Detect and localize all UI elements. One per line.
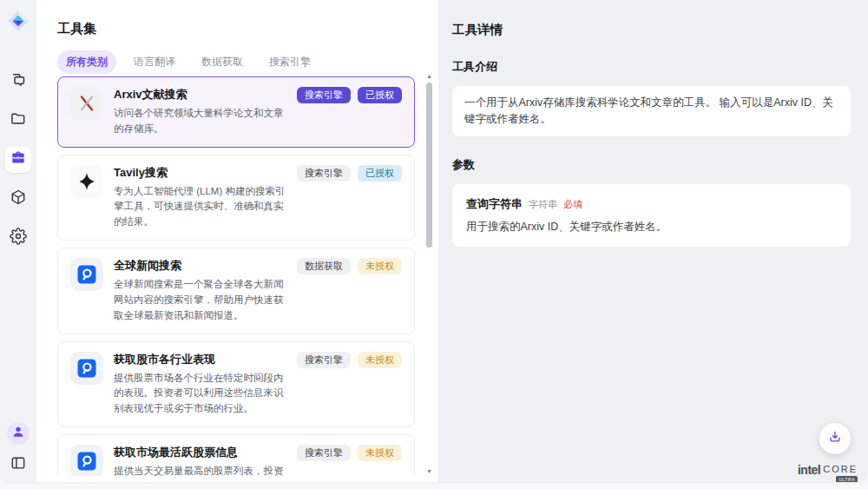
category-badge: 搜索引擎: [297, 352, 351, 368]
user-icon: [11, 425, 25, 442]
chat-bubbles-icon: [10, 71, 27, 92]
blue-search-q-icon: [70, 258, 103, 291]
param-required-badge: 必填: [563, 198, 582, 211]
auth-status-badge: 未授权: [358, 445, 402, 461]
arxiv-logo-icon: [70, 87, 103, 120]
intel-core-logo: intel core ULTRA: [798, 460, 858, 477]
tools-panel: 工具集 所有类别 语言翻译 数据获取 搜索引擎 Arxiv文献搜索 访问各个研究…: [36, 0, 438, 482]
sidebar-item-settings[interactable]: [5, 225, 31, 251]
category-badge: 搜索引擎: [297, 165, 351, 182]
tool-card-tavily[interactable]: Tavily搜索 专为人工智能代理 (LLM) 构建的搜索引擎工具，可快速提供实…: [57, 155, 415, 241]
tab-translation[interactable]: 语言翻译: [125, 50, 184, 74]
param-name: 查询字符串: [466, 196, 523, 212]
tool-card-global-news[interactable]: 全球新闻搜索 全球新闻搜索是一个聚合全球各大新闻网站内容的搜索引擎，帮助用户快速…: [57, 248, 415, 334]
intro-text-box: 一个用于从Arxiv存储库搜索科学论文和文章的工具。 输入可以是Arxiv ID…: [452, 86, 851, 136]
ultra-badge: ULTRA: [836, 476, 858, 482]
tool-card-arxiv[interactable]: Arxiv文献搜索 访问各个研究领域大量科学论文和文章的存储库。 搜索引擎 已授…: [57, 76, 415, 148]
category-tabs: 所有类别 语言翻译 数据获取 搜索引擎: [57, 50, 319, 74]
sidebar-nav: [5, 69, 31, 251]
scrollbar-thumb[interactable]: [426, 83, 432, 248]
tool-description: 提供当天交易量最高的股票列表，投资者可以利用这些信息来识别流动性强的股票和潜在的…: [114, 464, 286, 476]
app-window: 工具集 所有类别 语言翻译 数据获取 搜索引擎 Arxiv文献搜索 访问各个研究…: [0, 0, 868, 482]
auth-status-badge: 已授权: [358, 87, 402, 103]
sidebar-rail: [0, 0, 36, 482]
download-button[interactable]: [819, 423, 851, 454]
core-wordmark: core: [823, 464, 858, 474]
intel-wordmark: intel: [798, 463, 820, 477]
category-badge: 数据获取: [297, 258, 351, 274]
auth-status-badge: 未授权: [358, 352, 402, 368]
intro-heading: 工具介绍: [452, 59, 851, 75]
tool-description: 访问各个研究领域大量科学论文和文章的存储库。: [114, 106, 286, 137]
param-type: 字符串: [529, 198, 557, 211]
tab-data-fetch[interactable]: 数据获取: [193, 50, 252, 74]
page-title: 工具集: [57, 21, 96, 37]
detail-title: 工具详情: [452, 22, 851, 38]
category-badge: 搜索引擎: [297, 445, 351, 461]
user-avatar[interactable]: [7, 422, 30, 445]
sidebar-item-chat[interactable]: [5, 69, 31, 95]
sidebar-item-tools[interactable]: [5, 147, 31, 173]
params-heading: 参数: [452, 157, 851, 173]
tab-all-categories[interactable]: 所有类别: [57, 50, 116, 74]
blue-search-q-icon: [70, 445, 103, 476]
app-logo-icon: [7, 10, 30, 32]
tab-search-engine[interactable]: 搜索引擎: [260, 50, 319, 74]
tavily-star-icon: [70, 165, 103, 198]
sidebar-item-packages[interactable]: [5, 186, 31, 212]
tool-description: 专为人工智能代理 (LLM) 构建的搜索引擎工具，可快速提供实时、准确和真实的结…: [114, 184, 286, 230]
gear-icon: [10, 228, 27, 248]
panel-toggle-button[interactable]: [10, 454, 27, 472]
toolbox-icon: [10, 149, 27, 170]
tool-title: 全球新闻搜索: [114, 258, 286, 274]
tool-title: Arxiv文献搜索: [114, 87, 286, 102]
tool-detail-panel: 工具详情 工具介绍 一个用于从Arxiv存储库搜索科学论文和文章的工具。 输入可…: [438, 0, 868, 482]
sidebar-bottom: [7, 422, 30, 472]
category-badge: 搜索引擎: [297, 87, 351, 103]
scroll-down-arrow-icon[interactable]: ▼: [426, 468, 432, 474]
download-icon: [827, 429, 843, 448]
tool-list: Arxiv文献搜索 访问各个研究领域大量科学论文和文章的存储库。 搜索引擎 已授…: [57, 76, 415, 476]
sidebar-item-files[interactable]: [5, 108, 31, 134]
scrollbar: ▲ ▼: [425, 73, 434, 474]
panel-left-icon: [10, 459, 27, 474]
tool-title: 获取市场最活跃股票信息: [114, 445, 286, 460]
tool-card-active-stocks[interactable]: 获取市场最活跃股票信息 提供当天交易量最高的股票列表，投资者可以利用这些信息来识…: [57, 434, 415, 476]
tool-description: 全球新闻搜索是一个聚合全球各大新闻网站内容的搜索引擎，帮助用户快速获取全球最新资…: [114, 277, 286, 323]
tool-title: Tavily搜索: [114, 165, 286, 181]
param-description: 用于搜索的Arxiv ID、关键字或作者姓名。: [466, 220, 837, 235]
tool-description: 提供股票市场各个行业在特定时间段内的表现。投资者可以利用这些信息来识别表现优于或…: [114, 371, 286, 417]
scroll-up-arrow-icon[interactable]: ▲: [426, 73, 432, 79]
auth-status-badge: 已授权: [358, 165, 402, 182]
tool-card-sector-performance[interactable]: 获取股市各行业表现 提供股票市场各个行业在特定时间段内的表现。投资者可以利用这些…: [57, 341, 415, 427]
blue-search-q-icon: [70, 352, 103, 385]
parameter-card: 查询字符串 字符串 必填 用于搜索的Arxiv ID、关键字或作者姓名。: [452, 184, 851, 247]
cube-icon: [10, 188, 27, 209]
tool-title: 获取股市各行业表现: [114, 352, 286, 367]
auth-status-badge: 未授权: [358, 258, 402, 274]
folder-icon: [10, 110, 27, 131]
